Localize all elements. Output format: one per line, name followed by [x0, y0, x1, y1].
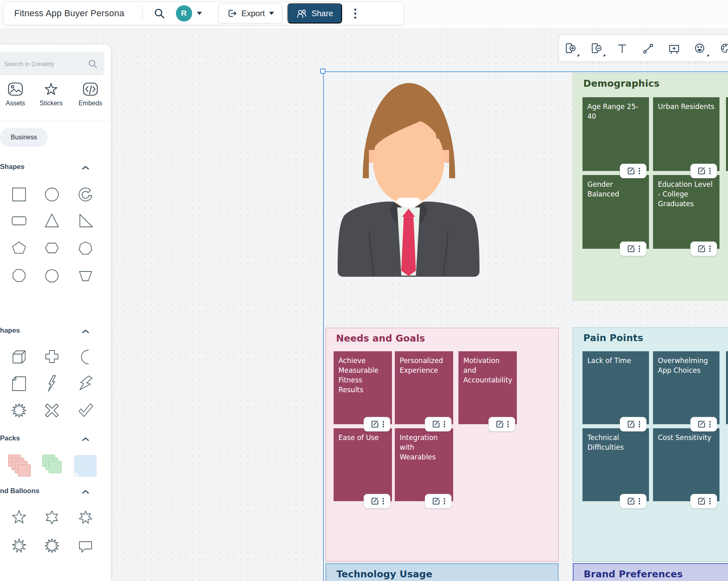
shape-star-7[interactable]: [76, 507, 95, 527]
shape-pentagon[interactable]: [9, 238, 29, 258]
frame-icon[interactable]: [668, 42, 680, 54]
persona-card[interactable]: Urban Residents: [653, 97, 719, 171]
shape-triangle[interactable]: [42, 211, 62, 230]
panel-needs-and-goals[interactable]: Needs and Goals Achieve Measurable Fitne…: [325, 328, 559, 562]
shape-star-12[interactable]: [42, 536, 62, 555]
shape-speech-bubble[interactable]: [76, 536, 95, 555]
kebab-icon: [639, 168, 640, 174]
card-actions[interactable]: [690, 241, 717, 256]
persona-card[interactable]: Age Range 25-40: [582, 97, 649, 171]
persona-avatar-illustration[interactable]: [334, 77, 484, 282]
chevron-up-icon[interactable]: [82, 489, 89, 493]
shape-page[interactable]: [9, 374, 29, 393]
persona-card-clipped[interactable]: [726, 351, 728, 424]
panel-brand-preferences[interactable]: Brand Preferences: [573, 563, 728, 581]
shape-inverted-trapezoid[interactable]: [76, 266, 95, 285]
persona-card[interactable]: Achieve Measurable Fitness Results: [334, 351, 392, 424]
sidebar-search-icon[interactable]: [88, 59, 98, 71]
card-actions[interactable]: [425, 417, 452, 431]
sidebar-search-field[interactable]: [0, 52, 105, 75]
shape-hexagon[interactable]: [42, 238, 62, 258]
persona-card[interactable]: Education Level - College Graduates: [653, 175, 719, 249]
persona-card[interactable]: Integration with Wearables: [395, 428, 453, 501]
card-actions[interactable]: [690, 417, 717, 431]
shape-star-9[interactable]: [9, 536, 29, 555]
card-actions[interactable]: [690, 494, 717, 508]
edit-icon: [626, 167, 635, 175]
kebab-icon: [639, 246, 640, 252]
text-icon[interactable]: [616, 42, 628, 54]
persona-card[interactable]: Technical Difficulties: [582, 428, 649, 501]
export-button[interactable]: Export: [218, 3, 283, 23]
chevron-up-icon[interactable]: [82, 436, 89, 441]
persona-card[interactable]: Cost Sensitivity: [653, 428, 719, 501]
search-icon[interactable]: [153, 7, 165, 19]
edit-icon: [626, 497, 635, 506]
shape-crescent[interactable]: [76, 347, 95, 366]
shape-burst[interactable]: [9, 400, 29, 420]
chevron-up-icon[interactable]: [82, 328, 89, 333]
persona-card-clipped[interactable]: [726, 97, 728, 171]
shape-star-6[interactable]: [42, 507, 62, 527]
share-button[interactable]: Share: [287, 3, 342, 23]
card-actions[interactable]: [488, 417, 515, 431]
chevron-up-icon[interactable]: [82, 164, 89, 169]
selection-handle[interactable]: [320, 68, 325, 74]
card-actions[interactable]: [364, 417, 390, 431]
card-actions[interactable]: [620, 494, 647, 508]
panel-technology-usage[interactable]: Technology Usage: [325, 563, 559, 581]
persona-card[interactable]: Motivation and Accountability: [458, 351, 517, 424]
card-actions[interactable]: [620, 164, 647, 178]
panel-demographics[interactable]: Demographics Age Range 25-40 Urban Resid…: [573, 73, 728, 301]
shape-star-5[interactable]: [9, 507, 29, 527]
persona-card[interactable]: Gender Balanced: [582, 175, 649, 249]
section-header-stars-balloons: nd Balloons: [0, 487, 39, 495]
persona-card[interactable]: Overwhelming App Choices: [653, 351, 719, 424]
edit-icon: [697, 497, 706, 506]
persona-card[interactable]: Ease of Use: [334, 428, 392, 501]
persona-card[interactable]: Lack of Time: [582, 351, 649, 424]
card-actions[interactable]: [425, 494, 452, 508]
shape-right-triangle[interactable]: [76, 211, 95, 230]
user-avatar[interactable]: R: [176, 5, 192, 21]
shape-lightning-bolt-wide[interactable]: [76, 374, 95, 393]
persona-card[interactable]: Personalized Experience: [395, 351, 453, 424]
add-shape-icon[interactable]: [564, 42, 576, 54]
card-actions[interactable]: [620, 241, 647, 256]
shape-circle[interactable]: [42, 185, 62, 204]
embeds-icon[interactable]: [81, 80, 99, 98]
card-actions[interactable]: [620, 417, 647, 431]
remove-shape-icon[interactable]: [590, 42, 602, 54]
shape-cube[interactable]: [9, 347, 29, 366]
shape-cross[interactable]: [42, 347, 62, 366]
tab-embeds[interactable]: Embeds: [73, 100, 107, 109]
tab-stickers[interactable]: Stickers: [34, 100, 68, 109]
sidebar-search-input[interactable]: [4, 52, 81, 75]
stickers-icon[interactable]: [42, 80, 60, 98]
shape-heptagon[interactable]: [76, 238, 95, 258]
palette-icon[interactable]: [719, 42, 728, 54]
assets-icon[interactable]: [6, 80, 24, 98]
card-actions[interactable]: [364, 494, 390, 508]
kebab-icon: [709, 421, 711, 427]
shape-checkmark[interactable]: [76, 400, 95, 420]
card-actions[interactable]: [690, 164, 717, 178]
tab-assets[interactable]: Assets: [0, 100, 32, 109]
shape-square[interactable]: [9, 185, 29, 204]
shape-octagon[interactable]: [9, 266, 29, 285]
toolbar-kebab-icon[interactable]: [354, 9, 356, 19]
shape-x-mark[interactable]: [42, 400, 62, 420]
emoji-icon[interactable]: [694, 42, 706, 54]
pack-blue-note[interactable]: [75, 455, 96, 476]
avatar-caret-down-icon[interactable]: [197, 12, 202, 15]
pack-red-sticky-stack[interactable]: [8, 455, 31, 477]
shape-nonagon[interactable]: [42, 266, 62, 285]
shape-rounded-rectangle[interactable]: [9, 211, 29, 230]
pack-green-sticky-stack[interactable]: [42, 455, 65, 477]
document-title[interactable]: Fitness App Buyer Persona: [14, 8, 124, 19]
panel-pain-points[interactable]: Pain Points Lack of Time Overwhelming Ap…: [573, 327, 728, 562]
category-chip-business[interactable]: Business: [0, 128, 48, 147]
shape-loop[interactable]: [76, 185, 95, 204]
shape-lightning-bolt[interactable]: [42, 374, 62, 393]
connector-icon[interactable]: [642, 42, 654, 54]
